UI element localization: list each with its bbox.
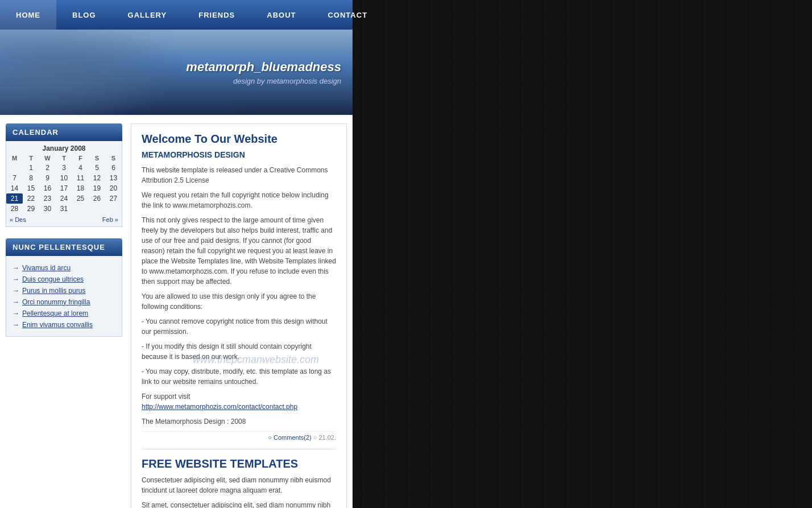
prev-month-link[interactable]: « Des xyxy=(10,216,26,223)
cal-day-header: W xyxy=(39,154,56,163)
support-link[interactable]: http://www.metamorphozis.com/contact/con… xyxy=(142,403,297,411)
content-area: CALENDAR January 2008 MTWTFSS 1234567891… xyxy=(0,115,353,508)
calendar-days-header: MTWTFSS xyxy=(6,154,122,163)
cal-cell: 11 xyxy=(72,173,89,183)
cal-cell: 5 xyxy=(89,163,105,173)
list-item: →Purus in mollis purus xyxy=(12,286,116,295)
cal-cell: 27 xyxy=(105,193,122,204)
calendar-row: 21222324252627 xyxy=(6,193,122,204)
cal-cell: 24 xyxy=(56,193,72,204)
nav-item-friends[interactable]: FRIENDS xyxy=(183,0,251,30)
calendar-row: 123456 xyxy=(6,163,122,173)
post-title: Welcome To Our Website xyxy=(142,133,336,146)
arrow-icon: → xyxy=(12,298,19,306)
cal-cell: 6 xyxy=(105,163,122,173)
link-item-anchor[interactable]: Vivamus id arcu xyxy=(22,264,71,272)
cal-day-header: S xyxy=(89,154,105,163)
post-paragraph: For support visit http://www.metamorphoz… xyxy=(142,391,336,412)
post-paragraph: The Metamorphosis Design : 2008 xyxy=(142,416,336,427)
cal-cell: 4 xyxy=(72,163,89,173)
cal-cell: 17 xyxy=(56,183,72,193)
comments-link[interactable]: ○ Comments(2) xyxy=(268,434,311,441)
arrow-icon: → xyxy=(12,263,19,272)
list-item: →Pellentesque at lorem xyxy=(12,309,116,317)
post-paragraph: This not only gives respect to the large… xyxy=(142,215,336,287)
links-header: NUNC PELLENTESQUE xyxy=(6,238,122,256)
cal-cell-empty xyxy=(89,204,105,214)
cal-cell-empty xyxy=(6,163,23,173)
calendar-header: CALENDAR xyxy=(6,123,122,141)
cal-cell: 22 xyxy=(23,193,39,204)
cal-cell: 30 xyxy=(39,204,56,214)
cal-cell: 31 xyxy=(56,204,72,214)
site-subtitle: design by metamorphosis design xyxy=(186,77,341,85)
cal-cell: 10 xyxy=(56,173,72,183)
cal-cell: 23 xyxy=(39,193,56,204)
cal-cell-empty xyxy=(105,204,122,214)
link-item-anchor[interactable]: Pellentesque at lorem xyxy=(22,309,88,317)
cal-cell: 14 xyxy=(6,183,23,193)
header-title-block: metamorph_bluemadness design by metamorp… xyxy=(186,60,341,85)
list-item: →Enim vivamus convallis xyxy=(12,320,116,329)
main-content: Welcome To Our WebsiteMETAMORPHOSIS DESI… xyxy=(131,123,347,508)
cal-day-header: F xyxy=(72,154,89,163)
post-body: Consectetuer adipiscing elit, sed diam n… xyxy=(142,475,336,508)
post-section-title: METAMORPHOSIS DESIGN xyxy=(142,150,336,159)
calendar-row: 78910111213 xyxy=(6,173,122,183)
cal-cell: 16 xyxy=(39,183,56,193)
post-paragraph: - You may copy, distribute, modify, etc.… xyxy=(142,366,336,387)
arrow-icon: → xyxy=(12,320,19,329)
post: Welcome To Our WebsiteMETAMORPHOSIS DESI… xyxy=(142,133,336,449)
cal-cell: 28 xyxy=(6,204,23,214)
post-divider xyxy=(142,449,336,449)
calendar-navigation: « Des Feb » xyxy=(6,214,122,226)
arrow-icon: → xyxy=(12,309,19,317)
link-item-anchor[interactable]: Orci nonummy fringilla xyxy=(22,298,90,306)
post-paragraph: You are allowed to use this design only … xyxy=(142,291,336,312)
cal-cell: 15 xyxy=(23,183,39,193)
post-footer: ○ Comments(2) ○ 21.02. xyxy=(142,431,336,441)
nav-item-about[interactable]: ABOUT xyxy=(251,0,312,30)
post-paragraph: This website template is released under … xyxy=(142,165,336,185)
cal-cell: 19 xyxy=(89,183,105,193)
cal-day-header: T xyxy=(56,154,72,163)
post-paragraph: Sit amet, consectetuer adipiscing elit, … xyxy=(142,500,336,508)
cal-cell: 20 xyxy=(105,183,122,193)
cal-cell: 8 xyxy=(23,173,39,183)
nav-item-blog[interactable]: BLOG xyxy=(56,0,112,30)
cal-day-header: M xyxy=(6,154,23,163)
posts-container: Welcome To Our WebsiteMETAMORPHOSIS DESI… xyxy=(142,133,336,508)
post-title: FREE WEBSITE TEMPLATES xyxy=(142,457,336,470)
cal-cell: 2 xyxy=(39,163,56,173)
list-item: →Duis congue ultrices xyxy=(12,275,116,283)
link-item-anchor[interactable]: Duis congue ultrices xyxy=(22,275,84,283)
links-body: →Vivamus id arcu→Duis congue ultrices→Pu… xyxy=(6,256,122,337)
nav-item-contact[interactable]: CONTACT xyxy=(312,0,383,30)
post-body: This website template is released under … xyxy=(142,165,336,427)
nav-item-gallery[interactable]: GALLERY xyxy=(112,0,183,30)
post-paragraph: - You cannot remove copyright notice fro… xyxy=(142,316,336,337)
calendar-widget: CALENDAR January 2008 MTWTFSS 1234567891… xyxy=(6,123,122,227)
links-widget: NUNC PELLENTESQUE →Vivamus id arcu→Duis … xyxy=(6,238,122,337)
cal-cell: 25 xyxy=(72,193,89,204)
next-month-link[interactable]: Feb » xyxy=(102,216,118,223)
arrow-icon: → xyxy=(12,286,19,295)
calendar-body: January 2008 MTWTFSS 1234567891011121314… xyxy=(6,141,122,227)
list-item: →Vivamus id arcu xyxy=(12,263,116,272)
navigation-bar: HOMEBLOGGALLERYFRIENDSABOUTCONTACT xyxy=(0,0,353,30)
cal-cell: 7 xyxy=(6,173,23,183)
cal-cell: 1 xyxy=(23,163,39,173)
cal-cell-empty xyxy=(72,204,89,214)
sidebar: CALENDAR January 2008 MTWTFSS 1234567891… xyxy=(6,123,122,508)
arrow-icon: → xyxy=(12,275,19,283)
nav-item-home[interactable]: HOME xyxy=(0,0,56,30)
link-item-anchor[interactable]: Enim vivamus convallis xyxy=(22,321,93,329)
calendar-row: 28293031 xyxy=(6,204,122,214)
header-banner: metamorph_bluemadness design by metamorp… xyxy=(0,30,353,115)
post-paragraph: Consectetuer adipiscing elit, sed diam n… xyxy=(142,475,336,495)
link-item-anchor[interactable]: Purus in mollis purus xyxy=(22,287,85,295)
site-title: metamorph_bluemadness xyxy=(186,60,341,75)
calendar-row: 14151617181920 xyxy=(6,183,122,193)
post-paragraph: - If you modify this design it still sho… xyxy=(142,341,336,362)
cal-day-header: S xyxy=(105,154,122,163)
